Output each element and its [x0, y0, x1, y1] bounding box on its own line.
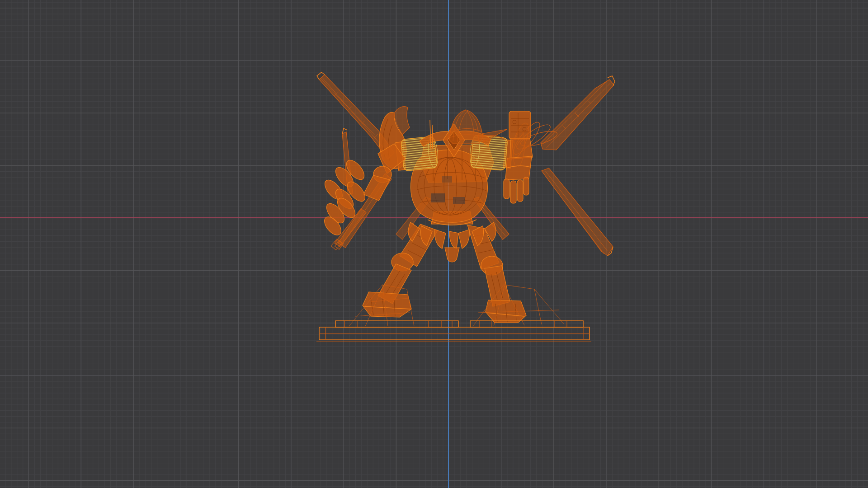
mech-object[interactable] [316, 72, 615, 342]
display-base [316, 321, 591, 342]
viewport-canvas [0, 0, 868, 488]
left-arm [363, 144, 405, 201]
3d-viewport[interactable] [0, 0, 868, 488]
right-lower-blade [542, 168, 613, 256]
right-wing-blade [541, 76, 615, 150]
gun-pod-cluster [321, 128, 368, 250]
